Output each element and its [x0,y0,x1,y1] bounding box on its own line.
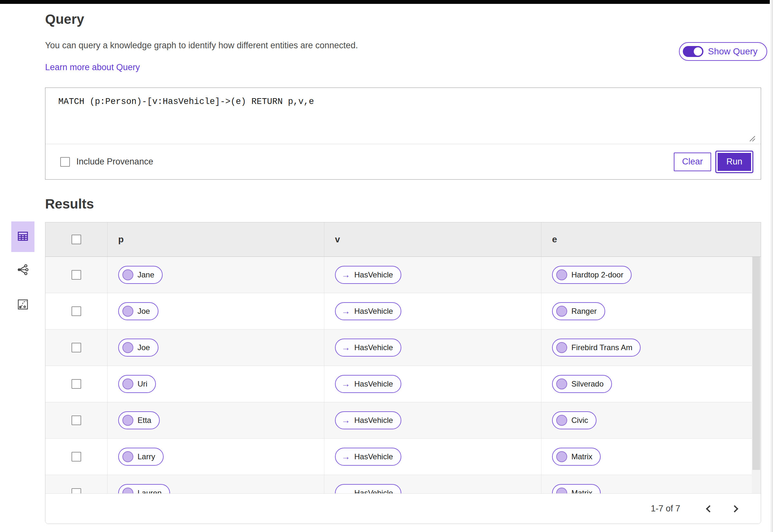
node-label: Larry [137,452,155,461]
edge-pill[interactable]: → HasVehicle [335,375,401,393]
edge-arrow-icon: → [341,380,350,388]
page-title: Query [45,12,84,27]
node-pill[interactable]: Matrix [552,448,601,466]
chart-icon [17,298,29,312]
node-icon [556,488,567,493]
edge-arrow-icon: → [341,307,350,316]
node-pill[interactable]: Larry [118,448,163,466]
pagination-bar: 1-7 of 7 [45,493,761,524]
edge-pill[interactable]: → HasVehicle [335,302,401,320]
edge-pill[interactable]: → HasVehicle [335,411,401,429]
clear-button[interactable]: Clear [674,153,711,171]
query-description: You can query a knowledge graph to ident… [45,41,358,51]
edge-pill[interactable]: → HasVehicle [335,448,401,466]
select-all-checkbox[interactable] [71,235,81,244]
edge-label: HasVehicle [354,452,393,461]
edge-pill[interactable]: → HasVehicle [335,484,401,493]
column-header-e: e [541,222,761,257]
edge-arrow-icon: → [341,453,350,461]
edge-label: HasVehicle [354,379,393,388]
chart-view-button[interactable] [11,294,34,316]
query-panel: MATCH (p:Person)-[v:HasVehicle]->(e) RET… [45,88,761,180]
node-pill[interactable]: Jane [118,266,163,284]
show-query-toggle[interactable]: Show Query [679,42,767,61]
node-icon [122,306,133,317]
select-row-checkbox[interactable] [71,379,81,389]
top-border-bar [0,0,770,4]
edge-label: HasVehicle [354,307,393,316]
select-row-checkbox[interactable] [71,343,81,352]
edge-arrow-icon: → [341,416,350,425]
run-button[interactable]: Run [716,152,752,172]
query-input[interactable]: MATCH (p:Person)-[v:HasVehicle]->(e) RET… [45,88,761,144]
table-view-button[interactable] [11,221,34,252]
show-query-label: Show Query [708,46,758,57]
toggle-on-icon [683,46,703,57]
table-rows: Jane → HasVehicle Hardtop 2-door Joe [45,257,761,493]
chevron-left-icon [706,505,713,512]
select-row-checkbox[interactable] [71,452,81,462]
table-body: Jane → HasVehicle Hardtop 2-door Joe [45,257,761,493]
node-label: Hardtop 2-door [571,270,623,279]
query-panel-footer: Include Provenance Clear Run [45,144,761,179]
node-label: Etta [137,416,151,425]
select-row-checkbox[interactable] [71,306,81,316]
table-row: Jane → HasVehicle Hardtop 2-door [45,257,761,293]
column-header-v: v [324,222,541,257]
column-header-p: p [107,222,324,257]
graph-view-button[interactable] [11,259,34,281]
table-scrollbar[interactable] [752,257,760,470]
node-label: Joe [137,307,150,316]
node-icon [556,378,567,389]
node-label: Firebird Trans Am [571,343,632,352]
node-pill[interactable]: Ranger [552,302,605,320]
node-label: Ranger [571,307,597,316]
edge-label: HasVehicle [354,270,393,279]
node-pill[interactable]: Hardtop 2-door [552,266,632,284]
previous-page-button[interactable] [702,501,718,517]
table-scrollbar-track [752,257,761,493]
results-title: Results [45,196,94,212]
select-row-checkbox[interactable] [71,415,81,425]
network-icon [16,263,29,277]
node-pill[interactable]: Joe [118,302,158,320]
node-icon [122,378,133,389]
window-right-edge [770,0,773,532]
chevron-right-icon [731,505,739,512]
node-icon [556,306,567,317]
node-pill[interactable]: Uri [118,375,156,393]
node-pill[interactable]: Joe [118,339,158,357]
edge-pill[interactable]: → HasVehicle [335,339,401,357]
table-row: Uri → HasVehicle Silverado [45,366,761,402]
table-row: Joe → HasVehicle Firebird Trans Am [45,330,761,366]
edge-label: HasVehicle [354,489,393,493]
node-label: Civic [571,416,588,425]
node-icon [122,342,133,353]
table-header-row: p v e [45,222,761,257]
table-row: Larry → HasVehicle Matrix [45,439,761,475]
node-pill[interactable]: Matrix [552,484,601,493]
toggle-knob [694,47,702,56]
node-pill[interactable]: Etta [118,411,160,429]
edge-label: HasVehicle [354,343,393,352]
node-pill[interactable]: Silverado [552,375,612,393]
learn-more-link[interactable]: Learn more about Query [45,62,140,72]
include-provenance-checkbox[interactable] [60,157,70,167]
select-row-checkbox[interactable] [71,270,81,280]
node-icon [556,342,567,353]
include-provenance-label: Include Provenance [76,157,153,167]
pagination-range-label: 1-7 of 7 [651,504,680,514]
node-icon [556,451,567,462]
select-row-checkbox[interactable] [71,488,81,493]
node-pill[interactable]: Firebird Trans Am [552,339,641,357]
node-pill[interactable]: Civic [552,411,597,429]
textarea-resize-handle-icon[interactable] [747,135,756,143]
edge-label: HasVehicle [354,416,393,425]
node-label: Matrix [571,452,592,461]
table-row: Lauren → HasVehicle Matrix [45,475,761,493]
edge-pill[interactable]: → HasVehicle [335,266,401,284]
node-pill[interactable]: Lauren [118,484,170,493]
node-label: Lauren [137,489,162,493]
node-label: Joe [137,343,150,352]
next-page-button[interactable] [727,501,743,517]
